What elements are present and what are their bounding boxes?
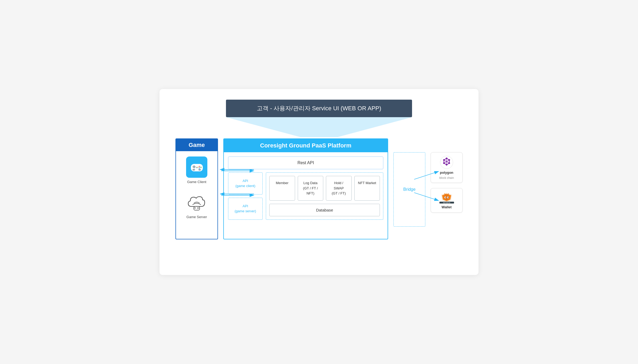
game-client-icon — [186, 156, 207, 178]
main-row: Game — [175, 138, 463, 239]
metamask-icon: METAMASK — [439, 192, 454, 204]
api-col: API (game client) API (game server) — [228, 172, 263, 220]
svg-point-17 — [198, 208, 198, 209]
paas-section: Coresight Ground PaaS Platform Rest API … — [223, 138, 388, 239]
svg-point-6 — [200, 167, 202, 168]
diagram-container: 고객 - 사용자/관리자 Service UI (WEB OR APP) Gam… — [160, 89, 478, 275]
funnel-area — [175, 117, 463, 138]
right-icons: polygon block chain — [431, 152, 463, 213]
svg-point-5 — [199, 166, 200, 167]
wallet-name: Wallet — [442, 205, 452, 209]
polygon-icon — [440, 156, 453, 169]
service-nft-market: NFT Market — [354, 176, 380, 201]
middle-row: API (game client) API (game server) Memb… — [228, 172, 383, 220]
svg-rect-9 — [196, 167, 198, 168]
game-section-header: Game — [176, 139, 217, 151]
service-member: Member — [269, 176, 295, 201]
polygon-card: polygon block chain — [431, 152, 463, 183]
game-section-body: Game Client — [176, 151, 217, 224]
svg-text:METAMASK: METAMASK — [443, 202, 450, 204]
api-game-server-box: API (game server) — [228, 198, 263, 220]
database-box: Database — [269, 204, 380, 216]
game-client-label: Game Client — [187, 180, 206, 184]
rest-api-box: Rest API — [228, 156, 383, 169]
wallet-card: METAMASK Wallet — [431, 188, 463, 213]
services-area: Member Log Data (GT / FT / NFT) Hold / S… — [266, 172, 383, 220]
game-server-icon — [186, 192, 207, 213]
paas-body: Rest API API (game client) API (game ser… — [224, 152, 388, 224]
paas-header: Coresight Ground PaaS Platform — [224, 139, 388, 152]
services-grid: Member Log Data (GT / FT / NFT) Hold / S… — [269, 176, 380, 201]
svg-point-16 — [198, 208, 199, 209]
svg-rect-4 — [194, 165, 195, 168]
api-game-client-box: API (game client) — [228, 172, 263, 194]
svg-point-11 — [198, 169, 201, 171]
game-client-item: Game Client — [186, 156, 207, 184]
polygon-sublabel: block chain — [439, 176, 454, 179]
service-hold-swap: Hold / SWAP (GT / FT) — [326, 176, 352, 201]
game-server-label: Game Server — [186, 215, 207, 219]
svg-point-10 — [192, 169, 195, 171]
svg-rect-14 — [195, 207, 195, 209]
bridge-section: Bridge — [393, 152, 425, 227]
svg-point-31 — [445, 197, 446, 198]
service-logdata: Log Data (GT / FT / NFT) — [298, 176, 324, 201]
top-header: 고객 - 사용자/관리자 Service UI (WEB OR APP) — [226, 100, 412, 117]
game-section: Game — [175, 138, 218, 239]
svg-point-7 — [199, 167, 200, 169]
svg-point-32 — [448, 197, 448, 198]
svg-marker-0 — [226, 117, 412, 137]
game-server-item: Game Server — [186, 192, 207, 219]
polygon-name: polygon — [440, 171, 454, 175]
svg-point-15 — [198, 207, 198, 208]
